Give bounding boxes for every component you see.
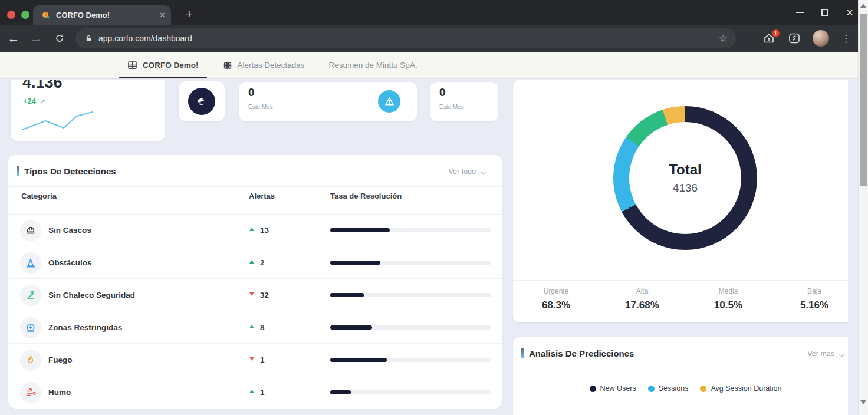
table-row[interactable]: Fuego 1 [8,344,502,376]
chevron-down-icon[interactable] [481,169,486,175]
month-stat-card-1: 0 Este Mes [239,82,417,121]
notification-badge: ! [772,29,780,37]
camera-stat-card [179,81,225,121]
restricted-zone-icon [20,317,41,338]
alert-count: 32 [260,291,269,299]
trend-up-arrow-icon: ↗ [40,97,45,106]
resolution-bar [330,358,491,362]
legend-sessions[interactable]: Sessions [648,384,689,393]
table-row[interactable]: Sin Cascos 13 [8,214,502,246]
url-bar[interactable]: app.corfo.com/dashboard ☆ [75,28,736,48]
legend-avg-session[interactable]: Avg Session Duration [700,384,781,393]
severity-donut-card: Total 4136 Urgente 68.3% Alta 17.68% Med… [513,80,848,322]
reload-button[interactable] [50,25,70,52]
dashboard-content: 4.136 +24↗ 0 Este Mes 0 Este Mes [0,80,848,415]
trend-arrow-icon [249,228,254,231]
tab-label: CORFO Demo! [143,61,199,70]
close-window-button[interactable]: × [846,7,853,18]
traffic-light-red[interactable] [7,11,15,19]
total-detections-value: 4.136 [22,80,63,92]
table-row[interactable]: Zonas Restringidas 8 [8,311,502,344]
tab-corfo-demo[interactable]: CORFO Demo! [116,52,211,78]
tab-resumen[interactable]: Resumen de Minttu SpA. [317,52,429,78]
resolution-bar [330,325,491,330]
browser-window: CORFO Demo! × + × ← → app.corfo.com/dash… [0,0,858,415]
scroll-down-arrow-icon[interactable] [860,400,866,404]
tab-label: Resumen de Minttu SpA. [329,61,417,70]
helmet-icon [20,220,41,241]
new-tab-button[interactable]: + [180,5,198,23]
stat-alta: Alta 17.68% [599,287,685,311]
stat-media: Media 10.5% [685,287,771,311]
sidebar-panel-button[interactable] [788,32,801,45]
col-tasa: Tasa de Resolución [330,192,402,200]
table-row[interactable]: Sin Chaleco Seguridad 32 [8,279,502,311]
back-button[interactable]: ← [4,25,24,52]
trend-arrow-icon [249,292,254,296]
legend-new-users[interactable]: New Users [590,384,636,393]
stat-baja: Baja 5.16% [771,287,848,311]
profile-avatar[interactable] [813,30,829,47]
ver-todo-dropdown[interactable]: Ver todo [448,167,476,176]
bookmark-star-icon[interactable]: ☆ [719,32,728,45]
table-header: Categoría Alertas Tasa de Resolución [8,192,502,209]
legend-dot [648,386,655,392]
browser-titlebar: CORFO Demo! × + × [0,0,858,25]
forward-button[interactable]: → [26,25,46,52]
grid-icon [127,60,137,70]
predictions-legend: New Users Sessions Avg Session Duration [513,384,848,393]
table-row[interactable]: Humo 1 [8,376,502,409]
total-detections-card: 4.136 +24↗ [11,80,165,141]
col-alertas: Alertas [249,192,275,200]
minimize-button[interactable] [796,12,804,13]
month-stat-card-2: 0 Este Mes [430,82,498,121]
alert-count: 8 [260,323,265,332]
browser-toolbar: ← → app.corfo.com/dashboard ☆ ! ⋮ [0,25,858,52]
tab-alertas-detectadas[interactable]: Alertas Detectadas [211,52,317,78]
stat-urgente: Urgente 68.3% [513,287,599,311]
divider [513,280,848,281]
resolution-bar [330,261,491,265]
cctv-camera-icon [188,88,215,115]
browser-menu-icon[interactable]: ⋮ [841,32,851,45]
extension-button[interactable]: ! [762,32,776,45]
alert-count: 1 [260,355,265,364]
scroll-up-arrow-icon[interactable] [860,4,866,8]
category-name: Humo [48,388,71,397]
month-value: 0 [248,86,255,99]
traffic-light-green[interactable] [21,11,29,19]
month-value: 0 [439,86,446,99]
dashboard-tab-bar: CORFO Demo! Alertas Detectadas Resumen d… [0,52,858,79]
camera-frame-icon [223,61,232,70]
tab-close-icon[interactable]: × [160,11,165,20]
tab-label: Alertas Detectadas [238,61,305,70]
resolution-bar [330,390,491,394]
donut-center: Total 4136 [629,122,741,234]
scrollbar-thumb[interactable] [860,14,867,186]
alert-triangle-icon [378,90,400,113]
divider [8,186,502,187]
severity-donut-chart: Total 4136 [613,106,757,250]
favicon-icon [41,11,51,20]
category-name: Obstáculos [48,258,92,267]
trend-arrow-icon [249,260,254,264]
table-row[interactable]: Obstáculos 2 [8,246,502,279]
lock-icon [85,34,93,42]
section-title: Tipos De Detecciones [24,166,116,176]
section-title: Analisis De Predicciones [529,348,634,358]
resolution-bar [330,228,491,232]
trend-arrow-icon [249,357,254,361]
severity-stats: Urgente 68.3% Alta 17.68% Media 10.5% Ba… [513,287,848,311]
cone-icon [20,252,41,274]
predictions-card: Analisis De Predicciones Ver más New Use… [513,337,848,415]
category-name: Zonas Restringidas [48,323,122,332]
category-name: Sin Chaleco Seguridad [48,291,135,299]
chevron-down-icon[interactable] [839,351,845,357]
ver-mas-dropdown[interactable]: Ver más [807,350,834,358]
page-scrollbar[interactable] [858,0,868,415]
maximize-button[interactable] [821,9,828,16]
browser-tab[interactable]: CORFO Demo! × [33,5,171,25]
url-text[interactable]: app.corfo.com/dashboard [98,34,719,43]
donut-total-label: Total [669,162,702,178]
resolution-bar [330,293,491,297]
